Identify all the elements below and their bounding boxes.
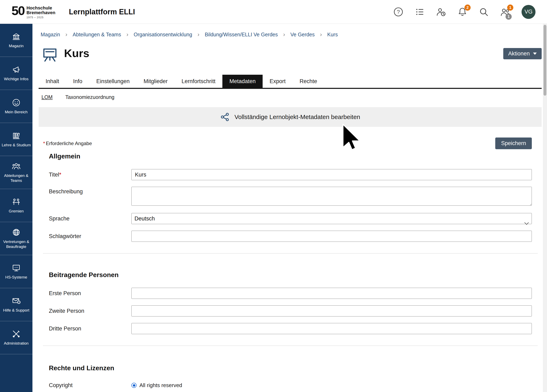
titel-input[interactable] <box>131 169 532 180</box>
breadcrumb-item[interactable]: Organisationsentwicklung <box>134 32 192 38</box>
sidebar-item-magazin[interactable]: Magazin <box>0 24 33 57</box>
chevron-right-icon: › <box>283 31 285 38</box>
header-icon-bar: ? <box>393 5 535 19</box>
schlagwoerter-label: Schlagwörter <box>49 233 131 239</box>
sidebar-item-lehre-studium[interactable]: Lehre & Studium <box>0 123 33 156</box>
schlagwoerter-input[interactable] <box>131 231 532 242</box>
zweite-person-input[interactable] <box>131 305 532 317</box>
section-beitragende-personen: Beitragende Personen Erste Person Zweite… <box>39 271 542 334</box>
sidebar-item-abteilungen-teams[interactable]: Abteilungen & Teams <box>0 156 33 189</box>
beschreibung-label: Beschreibung <box>49 187 131 195</box>
zweite-person-label: Zweite Person <box>49 308 131 314</box>
scrollbar-thumb[interactable] <box>544 25 546 96</box>
top-header: 50 Hochschule Bremerhaven 1975 – 2025 Le… <box>0 0 547 24</box>
user-clock-icon <box>436 7 446 17</box>
breadcrumb-item[interactable]: Kurs <box>327 32 338 38</box>
user-avatar[interactable]: VG <box>521 5 535 19</box>
notifications-badge: 2 <box>465 5 471 11</box>
breadcrumb-item[interactable]: Ve Gerdes <box>290 32 315 38</box>
field-row-copyright: Copyright All rights reserved <box>49 382 542 389</box>
tab-lernfortschritt[interactable]: Lernfortschritt <box>175 75 222 88</box>
sprache-select[interactable]: Deutsch <box>131 213 532 224</box>
course-board-icon <box>42 46 58 62</box>
mail-help-icon: ? <box>12 297 21 305</box>
help-button[interactable]: ? <box>393 7 403 17</box>
banner-label: Vollständige Lernobjekt-Metadaten bearbe… <box>234 114 360 121</box>
chevron-right-icon: › <box>320 31 322 38</box>
breadcrumb: Magazin › Abteilungen & Teams › Organisa… <box>39 31 542 38</box>
actions-button[interactable]: Aktionen <box>503 48 542 59</box>
main-content: Magazin › Abteilungen & Teams › Organisa… <box>33 24 543 392</box>
tab-info[interactable]: Info <box>66 75 89 88</box>
tab-rechte[interactable]: Rechte <box>293 75 324 88</box>
edit-full-metadata-banner[interactable]: Vollständige Lernobjekt-Metadaten bearbe… <box>39 107 542 127</box>
chevron-right-icon: › <box>66 31 67 38</box>
sprache-select-wrap: Deutsch <box>131 217 532 221</box>
contacts-badge-top: 1 <box>507 5 513 11</box>
sidebar-item-gremien[interactable]: Gremien <box>0 189 33 222</box>
field-row-schlagwoerter: Schlagwörter <box>49 231 542 242</box>
erste-person-input[interactable] <box>131 288 532 299</box>
tools-icon <box>12 330 21 338</box>
smiley-icon <box>12 98 21 107</box>
main-sidebar: Magazin Wichtige Infos Mein Bereich <box>0 24 33 392</box>
erste-person-label: Erste Person <box>49 290 131 297</box>
sidebar-item-hilfe-support[interactable]: ? Hilfe & Support <box>0 288 33 321</box>
scrollbar[interactable] <box>543 24 547 392</box>
section-title-allgemein: Allgemein <box>49 153 542 160</box>
beschreibung-textarea[interactable] <box>131 187 532 206</box>
copyright-option-label: All rights reserved <box>139 382 182 389</box>
logo-text: Hochschule Bremerhaven 1975 – 2025 <box>27 5 55 19</box>
monitor-icon <box>12 264 21 272</box>
search-icon <box>479 7 489 17</box>
sidebar-item-mein-bereich[interactable]: Mein Bereich <box>0 90 33 123</box>
breadcrumb-item[interactable]: Abteilungen & Teams <box>73 32 121 38</box>
sidebar-item-administration[interactable]: Administration <box>0 321 33 354</box>
help-icon: ? <box>393 7 403 17</box>
university-logo[interactable]: 50 Hochschule Bremerhaven 1975 – 2025 <box>12 5 55 19</box>
user-clock-button[interactable] <box>436 7 446 17</box>
svg-text:?: ? <box>397 9 400 15</box>
chevron-right-icon: › <box>126 31 128 38</box>
people-group-icon <box>12 162 21 170</box>
app-root: 50 Hochschule Bremerhaven 1975 – 2025 Le… <box>0 0 547 392</box>
sidebar-item-wichtige-infos[interactable]: Wichtige Infos <box>0 57 33 90</box>
required-note: *Erforderliche Angabe <box>43 141 92 146</box>
committee-icon <box>12 197 21 206</box>
subtab-taxonomiezuordnung[interactable]: Taxonomiezuordnung <box>65 94 114 100</box>
tab-mitglieder[interactable]: Mitglieder <box>137 75 175 88</box>
tab-export[interactable]: Export <box>263 75 293 88</box>
subtab-lom[interactable]: LOM <box>41 94 53 100</box>
copyright-radio-selected[interactable] <box>131 383 137 388</box>
field-row-beschreibung: Beschreibung <box>49 187 542 206</box>
section-title-rechte: Rechte und Lizenzen <box>49 364 542 372</box>
megaphone-icon <box>12 65 21 74</box>
form-toolbar: *Erforderliche Angabe Speichern <box>39 137 542 149</box>
page-title: Kurs <box>64 47 89 59</box>
tab-metadaten[interactable]: Metadaten <box>222 75 263 88</box>
tab-inhalt[interactable]: Inhalt <box>39 75 66 88</box>
copyright-radio-group: All rights reserved <box>131 382 182 389</box>
search-button[interactable] <box>479 7 489 17</box>
tab-einstellungen[interactable]: Einstellungen <box>89 75 137 88</box>
tab-bar: Inhalt Info Einstellungen Mitglieder Ler… <box>39 75 542 89</box>
titel-label: Titel* <box>49 172 131 178</box>
breadcrumb-item[interactable]: Bildung/Wissen/ELLI Ve Gerdes <box>205 32 278 38</box>
sidebar-item-vertretungen[interactable]: Vertretungen & Beauftragte <box>0 222 33 255</box>
contacts-button[interactable]: 1 1 <box>500 7 510 17</box>
globe-icon <box>12 228 21 237</box>
list-button[interactable] <box>415 7 425 17</box>
breadcrumb-item[interactable]: Magazin <box>41 32 60 38</box>
share-nodes-icon <box>220 112 230 122</box>
save-button[interactable]: Speichern <box>495 137 532 149</box>
field-row-dritte-person: Dritte Person <box>49 323 542 334</box>
dritte-person-label: Dritte Person <box>49 325 131 332</box>
dritte-person-input[interactable] <box>131 323 532 334</box>
copyright-label: Copyright <box>49 382 131 389</box>
sidebar-item-hs-systeme[interactable]: HS-Systeme <box>0 255 33 288</box>
chevron-right-icon: › <box>198 31 199 38</box>
section-allgemein: Allgemein Titel* Beschreibung <box>39 153 542 242</box>
app-title: Lernplattform ELLI <box>69 7 135 16</box>
notifications-button[interactable]: 2 <box>458 7 467 17</box>
logo-50: 50 <box>12 5 24 17</box>
